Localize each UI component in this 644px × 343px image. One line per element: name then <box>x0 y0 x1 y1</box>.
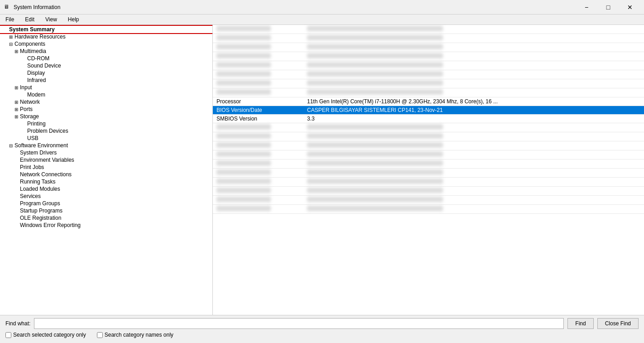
search-names-label[interactable]: Search category names only <box>97 332 173 338</box>
maximize-button[interactable]: □ <box>598 2 619 13</box>
tree-item-network[interactable]: ⊞ Network <box>0 98 212 106</box>
net-label: Network <box>20 99 40 105</box>
row-col2 <box>303 70 644 79</box>
row-col2 <box>303 187 644 196</box>
table-row[interactable] <box>213 132 644 141</box>
menu-view[interactable]: View <box>42 15 61 24</box>
table-row[interactable] <box>213 70 644 79</box>
menu-bar: File Edit View Help <box>0 14 644 25</box>
row-col1: Processor <box>213 97 303 106</box>
table-row[interactable]: SMBIOS Version3.3 <box>213 115 644 123</box>
table-row[interactable] <box>213 61 644 70</box>
tree-item-hardware-resources[interactable]: ⊞ Hardware Resources <box>0 33 212 40</box>
tree-item-windows-error-reporting[interactable]: Windows Error Reporting <box>0 222 212 229</box>
row-col2 <box>303 169 644 178</box>
row-col1 <box>213 43 303 52</box>
ev-label: Environment Variables <box>20 157 74 163</box>
tree-item-running-tasks[interactable]: Running Tasks <box>0 178 212 185</box>
table-row[interactable] <box>213 159 644 169</box>
table-row[interactable] <box>213 43 644 52</box>
search-names-checkbox[interactable] <box>97 332 103 338</box>
tree-item-modem[interactable]: Modem <box>0 91 212 98</box>
window-title: System Information <box>14 4 60 10</box>
row-col2 <box>303 43 644 52</box>
inp-label: Input <box>20 84 32 91</box>
svc-label: Services <box>20 193 41 199</box>
tree-item-cd-rom[interactable]: CD-ROM <box>0 55 212 62</box>
row-col2 <box>303 61 644 70</box>
find-button[interactable]: Find <box>567 318 593 329</box>
minimize-button[interactable]: − <box>576 2 597 13</box>
tree-item-startup-programs[interactable]: Startup Programs <box>0 207 212 214</box>
row-col1 <box>213 25 303 34</box>
sp-label: Startup Programs <box>20 208 62 214</box>
table-row[interactable] <box>213 79 644 88</box>
close-find-button[interactable]: Close Find <box>597 318 639 329</box>
table-row[interactable] <box>213 196 644 205</box>
rt-label: Running Tasks <box>20 179 56 185</box>
tree-item-sound-device[interactable]: Sound Device <box>0 62 212 69</box>
expand-icon-comp: ⊟ <box>7 42 14 47</box>
tree-item-printing[interactable]: Printing <box>0 120 212 127</box>
table-row[interactable] <box>213 150 644 159</box>
find-input[interactable] <box>34 318 564 329</box>
row-col1 <box>213 88 303 97</box>
table-row[interactable]: BIOS Version/DateCASPER BILGISAYAR SISTE… <box>213 106 644 115</box>
tree-item-ole-registration[interactable]: OLE Registration <box>0 214 212 222</box>
disp-label: Display <box>27 70 45 76</box>
tree-item-components[interactable]: ⊟ Components <box>0 40 212 48</box>
table-row[interactable] <box>213 169 644 178</box>
tree-item-ports[interactable]: ⊞ Ports <box>0 106 212 113</box>
row-col1 <box>213 178 303 187</box>
mm-label: Multimedia <box>20 48 46 54</box>
row-col2 <box>303 178 644 187</box>
nc-label: Network Connections <box>20 171 72 178</box>
expand-icon-stor: ⊞ <box>13 114 20 119</box>
table-row[interactable] <box>213 25 644 34</box>
row-col1 <box>213 123 303 132</box>
table-row[interactable] <box>213 88 644 97</box>
menu-edit[interactable]: Edit <box>21 15 38 24</box>
tree-item-network-connections[interactable]: Network Connections <box>0 171 212 178</box>
checkbox-row: Search selected category only Search cat… <box>5 332 639 338</box>
tree-item-software-environment[interactable]: ⊟ Software Environment <box>0 142 212 149</box>
tree-item-program-groups[interactable]: Program Groups <box>0 200 212 207</box>
table-row[interactable] <box>213 141 644 150</box>
table-row[interactable] <box>213 52 644 61</box>
tree-item-multimedia[interactable]: ⊞ Multimedia <box>0 48 212 55</box>
table-row[interactable]: Processor11th Gen Intel(R) Core(TM) i7-1… <box>213 97 644 106</box>
row-col1 <box>213 150 303 159</box>
tree-item-system-summary[interactable]: System Summary <box>0 26 212 33</box>
close-button[interactable]: ✕ <box>620 2 640 13</box>
tree-item-system-drivers[interactable]: System Drivers <box>0 149 212 156</box>
left-panel: System Summary ⊞ Hardware Resources ⊟ Co… <box>0 25 213 315</box>
table-row[interactable] <box>213 178 644 187</box>
tree-item-loaded-modules[interactable]: Loaded Modules <box>0 185 212 193</box>
tree-item-usb[interactable]: USB <box>0 135 212 142</box>
tree-item-input[interactable]: ⊞ Input <box>0 84 212 91</box>
table-row[interactable] <box>213 205 644 214</box>
app-icon: 🖥 <box>4 4 11 11</box>
search-selected-label[interactable]: Search selected category only <box>5 332 86 338</box>
tree-item-display[interactable]: Display <box>0 69 212 77</box>
tree-item-env-vars[interactable]: Environment Variables <box>0 156 212 164</box>
tree-item-services[interactable]: Services <box>0 193 212 200</box>
tree-item-print-jobs[interactable]: Print Jobs <box>0 164 212 171</box>
tree-item-infrared[interactable]: Infrared <box>0 77 212 84</box>
table-row[interactable] <box>213 187 644 196</box>
menu-file[interactable]: File <box>2 15 18 24</box>
menu-help[interactable]: Help <box>64 15 83 24</box>
tree-item-storage[interactable]: ⊞ Storage <box>0 113 212 120</box>
comp-label: Components <box>14 41 45 47</box>
expand-icon-ports: ⊞ <box>13 107 20 112</box>
bottom-bar: Find what: Find Close Find Search select… <box>0 315 644 341</box>
data-table: Processor11th Gen Intel(R) Core(TM) i7-1… <box>213 25 644 214</box>
row-col1 <box>213 34 303 43</box>
table-row[interactable] <box>213 123 644 132</box>
table-row[interactable] <box>213 34 644 43</box>
search-selected-checkbox[interactable] <box>5 332 11 338</box>
row-col1 <box>213 187 303 196</box>
tree-item-problem-devices[interactable]: Problem Devices <box>0 127 212 135</box>
row-col2 <box>303 141 644 150</box>
pg-label: Program Groups <box>20 200 60 207</box>
